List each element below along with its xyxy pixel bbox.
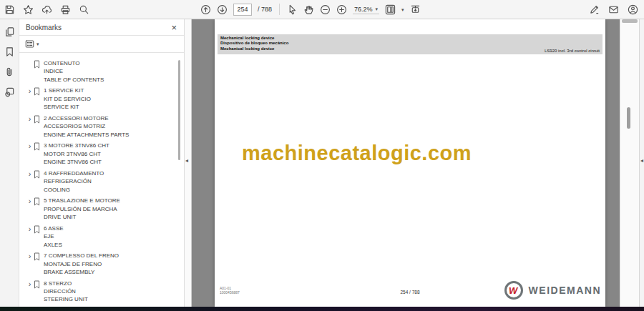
chevron-right-icon[interactable]: › <box>26 169 34 177</box>
bookmark-label[interactable]: 5 TRASLAZIONE E MOTOREPROPULSIÓN DE MARC… <box>44 197 184 221</box>
bookmark-label[interactable]: 7 COMPLESSO DEL FRENOMONTAJE DE FRENOBRA… <box>44 252 184 276</box>
vertical-scrollbar[interactable] <box>620 19 639 311</box>
bookmark-label-line[interactable]: KIT DE SERVICIO <box>44 95 184 103</box>
bookmark-label-line[interactable]: 4 RAFFREDDAMENTO <box>44 169 184 177</box>
display-mode-icon[interactable] <box>410 4 421 15</box>
bookmark-options-icon[interactable] <box>25 39 34 49</box>
bookmark-label-line[interactable]: EJE <box>44 232 184 240</box>
bookmark-label[interactable]: 1 SERVICE KITKIT DE SERVICIOSERVICE KIT <box>44 87 184 111</box>
bookmark-label-line[interactable]: TABLE OF CONTENTS <box>44 76 184 84</box>
bookmark-item[interactable]: ›8 STERZODIRECCIÓNSTEERING UNIT <box>26 280 184 304</box>
bookmark-label-line[interactable]: MONTAJE DE FRENO <box>44 260 184 268</box>
stamp-icon[interactable] <box>4 87 15 97</box>
bookmark-item[interactable]: ›3 MOTORE 3TNV86 CHTMOTOR 3TNV86 CHTENGI… <box>26 142 184 166</box>
previous-page-icon[interactable] <box>200 4 211 15</box>
chevron-right-icon[interactable]: › <box>26 114 34 122</box>
bookmark-label[interactable]: 2 ACCESSORI MOTOREACCESORIOS MOTRIZENGIN… <box>44 114 184 139</box>
panel-title: Bookmarks <box>26 24 62 31</box>
page-number-input[interactable] <box>233 4 252 16</box>
chevron-right-icon[interactable]: › <box>26 280 34 287</box>
bookmark-item[interactable]: ›7 COMPLESSO DEL FRENOMONTAJE DE FRENOBR… <box>26 252 184 276</box>
bookmark-icon <box>34 142 44 151</box>
scrollbar-top-cap <box>622 19 638 23</box>
caret-down-icon[interactable]: ▾ <box>401 7 404 12</box>
model-label: LS920 incl. 3rd control circuit <box>545 49 600 53</box>
save-icon[interactable] <box>4 4 15 15</box>
attachments-icon[interactable] <box>4 66 15 77</box>
panel-scrollbar[interactable] <box>178 60 180 160</box>
tools-pane-collapse-strip[interactable]: ◂ <box>639 19 644 311</box>
bookmark-item[interactable]: ›6 ASSEEJEAXLES <box>26 224 184 249</box>
bookmark-item[interactable]: ›1 SERVICE KITKIT DE SERVICIOSERVICE KIT <box>26 87 184 111</box>
bookmark-label-line[interactable]: DRIVE UNIT <box>44 213 184 221</box>
bookmark-label-line[interactable]: 7 COMPLESSO DEL FRENO <box>44 252 184 260</box>
bookmark-label-line[interactable]: 1 SERVICE KIT <box>44 87 184 94</box>
bookmark-label[interactable]: 4 RAFFREDDAMENTOREFRIGERACIÓNCOOLING <box>44 169 184 194</box>
bookmark-label-line[interactable]: INDICE <box>44 67 184 75</box>
bookmark-label-line[interactable]: AXLES <box>44 241 184 249</box>
zoom-out-icon[interactable] <box>320 4 331 15</box>
bookmark-label-line[interactable]: 5 TRASLAZIONE E MOTORE <box>44 197 184 204</box>
toolbar-file-group <box>4 0 89 19</box>
select-tool-icon[interactable] <box>287 4 298 15</box>
zoom-in-icon[interactable] <box>336 4 347 15</box>
bookmark-label[interactable]: 8 STERZODIRECCIÓNSTEERING UNIT <box>44 280 184 304</box>
bookmark-label-line[interactable]: SERVICE KIT <box>44 103 184 111</box>
chevron-right-icon[interactable]: › <box>26 252 34 260</box>
bookmark-label-line[interactable]: DIRECCIÓN <box>44 287 184 295</box>
bookmark-label-line[interactable]: PROPULSIÓN DE MARCHA <box>44 205 184 213</box>
bookmark-label-line[interactable]: 2 ACCESSORI MOTORE <box>44 114 184 122</box>
bookmark-label[interactable]: 6 ASSEEJEAXLES <box>44 224 184 249</box>
account-icon[interactable] <box>628 4 638 15</box>
fill-sign-pen-icon[interactable] <box>589 4 600 15</box>
chevron-spacer <box>26 59 34 60</box>
top-toolbar: / 788 76.2% ▾ ▾ <box>0 0 644 19</box>
expand-tools-icon[interactable]: ◂ <box>640 157 643 164</box>
chevron-right-icon[interactable]: › <box>26 224 34 232</box>
panel-collapse-gutter[interactable]: ◂ <box>185 19 192 311</box>
bookmark-label-line[interactable]: 6 ASSE <box>44 224 184 232</box>
bookmark-label-line[interactable]: 8 STERZO <box>44 280 184 287</box>
page-thumbnails-icon[interactable] <box>4 26 15 37</box>
bookmark-label-line[interactable]: STEERING UNIT <box>44 295 184 303</box>
bookmark-label-line[interactable]: CONTENUTO <box>44 59 184 67</box>
chevron-right-icon[interactable]: › <box>26 197 34 204</box>
bookmark-label-line[interactable]: 3 MOTORE 3TNV86 CHT <box>44 142 184 149</box>
bookmark-icon <box>34 169 44 179</box>
bookmark-label-line[interactable]: REFRIGERACIÓN <box>44 177 184 185</box>
page-view-icon[interactable] <box>385 4 396 15</box>
bookmark-label-line[interactable]: MOTOR 3TNV86 CHT <box>44 150 184 158</box>
close-icon[interactable]: × <box>171 23 177 32</box>
cloud-upload-icon[interactable] <box>42 4 52 15</box>
search-icon[interactable] <box>79 4 89 15</box>
bookmark-label-line[interactable]: BRAKE ASSEMBLY <box>44 268 184 276</box>
bookmarks-panel-header: Bookmarks × <box>19 19 184 36</box>
scrollbar-thumb[interactable] <box>627 107 630 129</box>
bookmarks-panel-icon[interactable] <box>4 46 15 57</box>
bookmark-label-line[interactable]: ENGINE ATTACHMENTS PARTS <box>44 131 184 139</box>
caret-down-icon[interactable]: ▾ <box>36 41 39 46</box>
print-icon[interactable] <box>60 4 71 15</box>
chevron-right-icon[interactable]: › <box>26 142 34 149</box>
next-page-icon[interactable] <box>217 4 228 15</box>
bookmark-icon <box>34 252 44 261</box>
bookmark-icon <box>34 280 44 289</box>
zoom-level-control[interactable]: 76.2% ▾ <box>353 5 379 14</box>
bookmark-icon <box>34 87 44 96</box>
chevron-right-icon[interactable]: › <box>26 87 34 94</box>
email-icon[interactable] <box>608 4 619 15</box>
star-icon[interactable] <box>23 4 34 15</box>
bookmark-item[interactable]: ›4 RAFFREDDAMENTOREFRIGERACIÓNCOOLING <box>26 169 184 194</box>
header-title-es: Dispositivo de bloqueo mecánico <box>220 41 600 46</box>
bookmark-item[interactable]: CONTENUTOINDICETABLE OF CONTENTS <box>26 59 184 84</box>
bookmark-label-line[interactable]: ACCESORIOS MOTRIZ <box>44 122 184 130</box>
bookmark-label-line[interactable]: ENGINE 3TNV86 CHT <box>44 158 184 166</box>
collapse-panel-icon[interactable]: ◂ <box>185 157 188 164</box>
hand-tool-icon[interactable] <box>303 4 314 15</box>
bookmark-label-line[interactable]: COOLING <box>44 186 184 194</box>
bookmark-label[interactable]: 3 MOTORE 3TNV86 CHTMOTOR 3TNV86 CHTENGIN… <box>44 142 184 166</box>
bookmark-item[interactable]: ›2 ACCESSORI MOTOREACCESORIOS MOTRIZENGI… <box>26 114 184 139</box>
bookmark-item[interactable]: ›5 TRASLAZIONE E MOTOREPROPULSIÓN DE MAR… <box>26 197 184 221</box>
bookmark-label[interactable]: CONTENUTOINDICETABLE OF CONTENTS <box>44 59 184 84</box>
page-total-label: / 788 <box>258 6 272 13</box>
